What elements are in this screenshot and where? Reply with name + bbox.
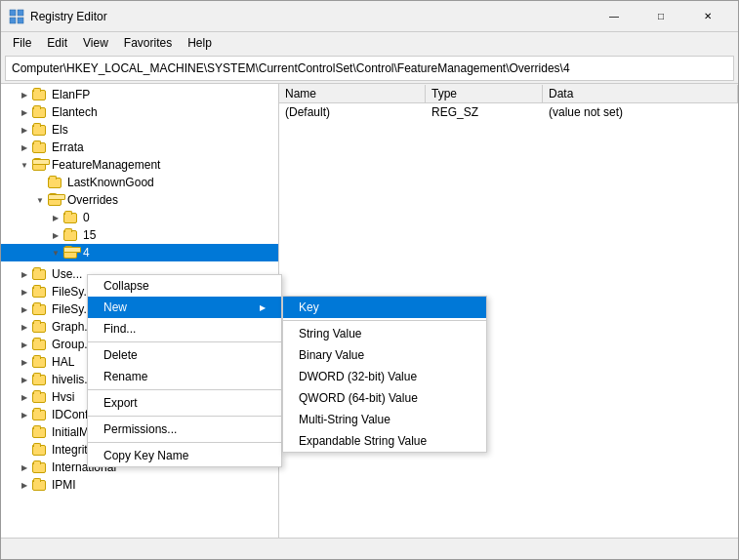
expand-hvsi[interactable]: ▶ <box>17 389 32 405</box>
expand-lastknowngood[interactable] <box>32 175 48 190</box>
folder-icon-idconfigdb <box>32 408 48 421</box>
tree-item-errata[interactable]: ▶ Errata <box>1 139 278 156</box>
folder-icon-use <box>32 267 48 281</box>
menu-help[interactable]: Help <box>180 34 220 52</box>
submenu-expandable-string-value[interactable]: Expandable String Value <box>283 430 486 452</box>
col-header-name[interactable]: Name <box>279 85 426 102</box>
expand-15[interactable]: ▶ <box>48 227 63 243</box>
tree-label-els: Els <box>52 123 68 137</box>
tree-label-hal: HAL <box>52 355 74 369</box>
svg-rect-2 <box>10 18 16 23</box>
folder-icon-lastknowngood <box>48 176 63 189</box>
cell-type: REG_SZ <box>426 104 543 120</box>
svg-rect-3 <box>18 18 23 23</box>
folder-icon-featuremanagement <box>32 158 48 172</box>
ctx-delete[interactable]: Delete <box>88 344 281 366</box>
tree-label-featuremanagement: FeatureManagement <box>52 158 160 172</box>
expand-errata[interactable]: ▶ <box>17 140 32 155</box>
ctx-permissions[interactable]: Permissions... <box>88 419 281 440</box>
folder-icon-overrides <box>48 193 63 207</box>
expand-els[interactable]: ▶ <box>17 122 32 138</box>
expand-hal[interactable]: ▶ <box>17 354 32 370</box>
expand-hivelis[interactable]: ▶ <box>17 372 32 387</box>
tree-item-overrides[interactable]: ▼ Overrides <box>1 191 278 209</box>
address-bar: Computer\HKEY_LOCAL_MACHINE\SYSTEM\Curre… <box>5 56 734 81</box>
maximize-button[interactable]: □ <box>638 3 683 30</box>
close-button[interactable]: ✕ <box>685 3 730 30</box>
folder-icon-elanfp <box>32 88 48 101</box>
expand-integrityservices[interactable] <box>17 442 32 458</box>
tree-item-15[interactable]: ▶ 15 <box>1 226 278 244</box>
submenu-separator <box>283 320 486 321</box>
ctx-new[interactable]: New ▶ <box>88 297 281 318</box>
tree-item-els[interactable]: ▶ Els <box>1 121 278 139</box>
tree-item-0[interactable]: ▶ 0 <box>1 209 278 226</box>
minimize-button[interactable]: — <box>592 3 636 30</box>
expand-0[interactable]: ▶ <box>48 210 63 225</box>
submenu-dword-value[interactable]: DWORD (32-bit) Value <box>283 366 486 387</box>
expand-initialmachineconfig[interactable] <box>17 424 32 440</box>
window-controls: — □ ✕ <box>592 3 730 30</box>
tree-item-ipmi[interactable]: ▶ IPMI <box>1 476 278 494</box>
submenu-qword-value[interactable]: QWORD (64-bit) Value <box>283 387 486 409</box>
status-bar <box>1 538 738 559</box>
registry-editor-window: Registry Editor — □ ✕ File Edit View Fav… <box>0 0 739 560</box>
expand-4[interactable]: ▼ <box>48 245 63 260</box>
ctx-rename[interactable]: Rename <box>88 366 281 387</box>
menu-edit[interactable]: Edit <box>39 34 75 52</box>
menu-view[interactable]: View <box>75 34 116 52</box>
ctx-separator-3 <box>88 416 281 417</box>
expand-group[interactable]: ▶ <box>17 337 32 352</box>
tree-label-ipmi: IPMI <box>52 478 76 492</box>
submenu-binary-value[interactable]: Binary Value <box>283 344 486 366</box>
expand-ipmi[interactable]: ▶ <box>17 477 32 493</box>
folder-icon-hal <box>32 355 48 369</box>
expand-featuremanagement[interactable]: ▼ <box>17 157 32 173</box>
expand-use[interactable]: ▶ <box>17 266 32 282</box>
tree-label-errata: Errata <box>52 140 84 154</box>
tree-label-hvsi: Hvsi <box>52 390 74 404</box>
ctx-rename-label: Rename <box>103 370 147 383</box>
submenu-string-value-label: String Value <box>299 327 361 340</box>
expand-elanfp[interactable]: ▶ <box>17 87 32 102</box>
expand-filesy2[interactable]: ▶ <box>17 301 32 317</box>
expand-elantech[interactable]: ▶ <box>17 104 32 120</box>
tree-item-featuremanagement[interactable]: ▼ FeatureManagement <box>1 156 278 174</box>
tree-label-use: Use... <box>52 267 82 281</box>
folder-icon-ipmi <box>32 478 48 492</box>
folder-icon-international <box>32 460 48 474</box>
tree-item-elanfp[interactable]: ▶ ElanFP <box>1 86 278 103</box>
expand-filesy1[interactable]: ▶ <box>17 284 32 300</box>
ctx-find[interactable]: Find... <box>88 318 281 340</box>
tree-item-elantech[interactable]: ▶ Elantech <box>1 103 278 121</box>
ctx-find-label: Find... <box>103 322 136 336</box>
submenu-key[interactable]: Key <box>283 297 486 318</box>
title-bar: Registry Editor — □ ✕ <box>1 1 738 32</box>
col-header-type[interactable]: Type <box>426 85 543 102</box>
expand-graph[interactable]: ▶ <box>17 319 32 335</box>
menu-favorites[interactable]: Favorites <box>116 34 180 52</box>
ctx-separator-2 <box>88 389 281 390</box>
folder-icon-hivelis <box>32 373 48 386</box>
svg-rect-1 <box>18 10 23 16</box>
tree-label-elanfp: ElanFP <box>52 88 90 101</box>
expand-overrides[interactable]: ▼ <box>32 192 48 208</box>
submenu-string-value[interactable]: String Value <box>283 323 486 344</box>
ctx-export[interactable]: Export <box>88 392 281 414</box>
submenu-expandable-string-value-label: Expandable String Value <box>299 434 427 448</box>
tree-item-lastknowngood[interactable]: LastKnownGood <box>1 174 278 191</box>
col-header-data[interactable]: Data <box>543 85 738 102</box>
ctx-separator-1 <box>88 341 281 342</box>
table-row[interactable]: (Default) REG_SZ (value not set) <box>279 103 738 121</box>
tree-item-4[interactable]: ▼ 4 <box>1 244 278 261</box>
folder-icon-errata <box>32 140 48 154</box>
ctx-collapse[interactable]: Collapse <box>88 275 281 297</box>
submenu-multi-string-value[interactable]: Multi-String Value <box>283 409 486 430</box>
cell-data: (value not set) <box>543 104 738 120</box>
menu-file[interactable]: File <box>5 34 39 52</box>
folder-icon-integrityservices <box>32 443 48 457</box>
tree-label-4: 4 <box>83 246 90 260</box>
expand-international[interactable]: ▶ <box>17 460 32 475</box>
ctx-copy-key-name[interactable]: Copy Key Name <box>88 445 281 466</box>
expand-idconfigdb[interactable]: ▶ <box>17 407 32 422</box>
